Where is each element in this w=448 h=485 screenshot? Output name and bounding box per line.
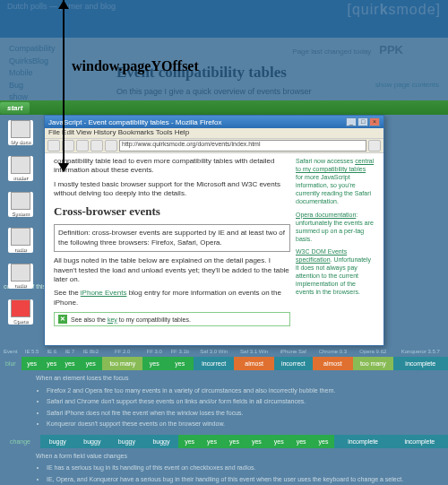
- page-content: compatibility table lead to even more co…: [45, 153, 383, 345]
- desktop-icon[interactable]: Opera: [8, 299, 33, 325]
- desktop-icon[interactable]: My docs: [8, 120, 33, 145]
- table-header-row: EventIE 5.5IE 6IE 7IE 8b2FF 2.0FF 3.0FF …: [0, 346, 448, 357]
- url-bar[interactable]: http://www.quirksmode.org/dom/events/ind…: [119, 140, 366, 152]
- bg-content: CompatibilityQuirksBlog MobileBug show P…: [0, 38, 448, 104]
- compat-cell: too many: [353, 357, 393, 370]
- stop-button[interactable]: [90, 140, 103, 152]
- compat-cell: yes: [246, 435, 268, 448]
- window-title: JavaScript - Event compatibility tables …: [48, 118, 221, 126]
- compat-cell: yes: [142, 357, 166, 370]
- compat-cell: yes: [61, 357, 79, 370]
- minimize-button[interactable]: _: [346, 117, 357, 126]
- compat-cell: incomplete: [392, 435, 448, 448]
- search-button[interactable]: [368, 140, 381, 152]
- annotation-label: window.pageYOffset: [72, 58, 199, 74]
- iphone-events-link[interactable]: iPhone Events: [81, 289, 127, 297]
- reload-button[interactable]: [76, 140, 89, 152]
- compat-cell: almost: [313, 357, 353, 370]
- compat-cell: yes: [79, 357, 102, 370]
- check-icon: ✕: [58, 315, 67, 324]
- arrow-down-icon: [58, 163, 69, 172]
- arrow-up-icon: [58, 0, 69, 9]
- toolbar: http://www.quirksmode.org/dom/events/ind…: [45, 139, 383, 153]
- compat-cell: incorrect: [194, 357, 234, 370]
- close-button[interactable]: ×: [369, 117, 380, 126]
- definition-box: Definition: cross-browser events are sup…: [54, 224, 290, 252]
- compat-cell: buggy: [40, 435, 75, 448]
- quirksmode-logo: [quirksmode]: [348, 2, 442, 18]
- window-controls: _ □ ×: [346, 117, 380, 126]
- windows-taskbar[interactable]: start: [0, 100, 448, 115]
- key-box: ✕ See also the key to my compatibility t…: [54, 312, 290, 326]
- compat-cell: buggy: [75, 435, 110, 448]
- desktop-icon[interactable]: radio: [8, 228, 33, 253]
- right-sidebar: Safari now accesses central to my compat…: [296, 157, 375, 342]
- show-contents-link[interactable]: show page contents: [375, 81, 439, 89]
- table-row-blur: bluryesyesyesyestoo manyyesyesincorrecta…: [0, 357, 448, 370]
- home-button[interactable]: [105, 140, 117, 152]
- blur-notes: When an element loses the focus Firefox …: [0, 370, 448, 435]
- compat-cell: too many: [102, 357, 142, 370]
- compat-cell: yes: [223, 435, 246, 448]
- compat-cell: yes: [166, 357, 194, 370]
- change-notes: When a form field value changes IE has a…: [0, 448, 448, 486]
- desktop-icon[interactable]: mailer: [8, 156, 33, 181]
- desktop-icon[interactable]: radio: [8, 264, 33, 289]
- compat-cell: yes: [201, 435, 223, 448]
- compat-cell: yes: [268, 435, 290, 448]
- back-button[interactable]: [47, 140, 60, 152]
- compat-cell: incorrect: [274, 357, 313, 370]
- maximize-button[interactable]: □: [358, 117, 368, 126]
- desktop-icons: My docs mailer System radio radio Opera: [0, 115, 40, 485]
- table-row-change: changebuggybuggybuggybuggyyesyesyesyesye…: [0, 435, 448, 448]
- compat-cell: buggy: [109, 435, 144, 448]
- firefox-window[interactable]: JavaScript - Event compatibility tables …: [44, 115, 384, 346]
- window-titlebar[interactable]: JavaScript - Event compatibility tables …: [45, 116, 383, 128]
- compat-cell: yes: [290, 435, 313, 448]
- compat-cell: almost: [234, 357, 274, 370]
- section-heading: Cross-browser events: [54, 204, 290, 220]
- compat-cell: incomplete: [334, 435, 391, 448]
- key-link[interactable]: key: [108, 316, 117, 323]
- compat-cell: buggy: [144, 435, 179, 448]
- compat-cell: incomplete: [393, 357, 448, 370]
- compat-cell: yes: [43, 357, 61, 370]
- compat-cell: yes: [178, 435, 201, 448]
- compat-table: EventIE 5.5IE 6IE 7IE 8b2FF 2.0FF 3.0FF …: [0, 346, 448, 370]
- menu-bar[interactable]: File Edit View History Bookmarks Tools H…: [45, 128, 383, 139]
- compat-cell: yes: [313, 435, 335, 448]
- start-button[interactable]: start: [0, 102, 30, 114]
- desktop-icon[interactable]: System: [8, 192, 33, 217]
- offset-arrow-line: [63, 0, 65, 170]
- compat-table-area: contents of this table EventIE 5.5IE 6IE…: [0, 346, 448, 485]
